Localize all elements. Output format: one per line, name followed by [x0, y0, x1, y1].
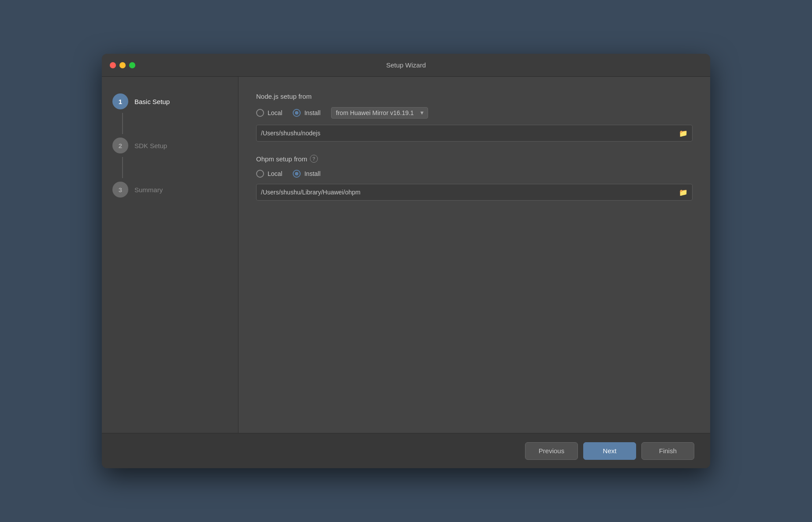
sidebar-item-sdk-setup[interactable]: 2 SDK Setup: [102, 134, 238, 157]
sidebar-item-basic-setup[interactable]: 1 Basic Setup: [102, 90, 238, 113]
folder-icon[interactable]: 📁: [679, 129, 688, 138]
sidebar: 1 Basic Setup 2 SDK Setup 3 Summary: [102, 77, 238, 433]
ohpm-install-radio[interactable]: [293, 170, 301, 178]
ohpm-folder-icon[interactable]: 📁: [679, 188, 688, 197]
ohpm-local-option[interactable]: Local: [256, 170, 282, 178]
close-button[interactable]: [110, 62, 116, 68]
next-button[interactable]: Next: [583, 442, 636, 460]
maximize-button[interactable]: [129, 62, 135, 68]
nodejs-path-input[interactable]: [261, 125, 679, 141]
ohpm-local-radio[interactable]: [256, 170, 264, 178]
nodejs-section-heading: Node.js setup from: [256, 93, 693, 100]
step-3-label: Summary: [134, 186, 163, 194]
right-panel: Node.js setup from Local Install from Hu…: [238, 77, 710, 433]
ohpm-section-heading: Ohpm setup from: [256, 155, 307, 163]
step-1-label: Basic Setup: [134, 98, 170, 105]
nodejs-path-row: 📁: [256, 125, 693, 142]
step-connector-1-2: [122, 113, 123, 134]
nodejs-section: Node.js setup from Local Install from Hu…: [256, 93, 693, 142]
bottom-bar: Previous Next Finish: [102, 433, 710, 468]
help-icon[interactable]: ?: [310, 155, 318, 163]
window-title: Setup Wizard: [386, 61, 426, 69]
ohpm-heading-row: Ohpm setup from ?: [256, 155, 693, 163]
step-1-number: 1: [112, 93, 128, 109]
ohpm-install-label: Install: [304, 170, 320, 177]
nodejs-local-radio[interactable]: [256, 109, 264, 117]
nodejs-mirror-dropdown[interactable]: from Huawei Mirror v16.19.1 from Officia…: [331, 107, 428, 119]
ohpm-install-option[interactable]: Install: [293, 170, 320, 178]
nodejs-radio-group: Local Install from Huawei Mirror v16.19.…: [256, 107, 693, 119]
sidebar-item-summary[interactable]: 3 Summary: [102, 178, 238, 201]
nodejs-install-label: Install: [304, 109, 320, 116]
previous-button[interactable]: Previous: [525, 442, 578, 460]
step-connector-2-3: [122, 157, 123, 178]
step-2-label: SDK Setup: [134, 142, 167, 149]
ohpm-path-row: 📁: [256, 184, 693, 201]
nodejs-mirror-dropdown-container: from Huawei Mirror v16.19.1 from Officia…: [331, 107, 428, 119]
setup-wizard-window: Setup Wizard 1 Basic Setup 2 SDK Setup: [102, 54, 710, 468]
window-controls: [110, 62, 135, 68]
titlebar: Setup Wizard: [102, 54, 710, 77]
step-2-number: 2: [112, 138, 128, 153]
nodejs-install-option[interactable]: Install: [293, 109, 320, 117]
ohpm-local-label: Local: [268, 170, 282, 177]
nodejs-local-label: Local: [268, 109, 282, 116]
ohpm-path-input[interactable]: [261, 184, 679, 200]
nodejs-local-option[interactable]: Local: [256, 109, 282, 117]
ohpm-section: Ohpm setup from ? Local Install 📁: [256, 155, 693, 201]
nodejs-install-radio[interactable]: [293, 109, 301, 117]
step-3-number: 3: [112, 182, 128, 198]
finish-button[interactable]: Finish: [641, 442, 694, 460]
minimize-button[interactable]: [119, 62, 126, 68]
main-content: 1 Basic Setup 2 SDK Setup 3 Summary: [102, 77, 710, 433]
ohpm-radio-group: Local Install: [256, 170, 693, 178]
